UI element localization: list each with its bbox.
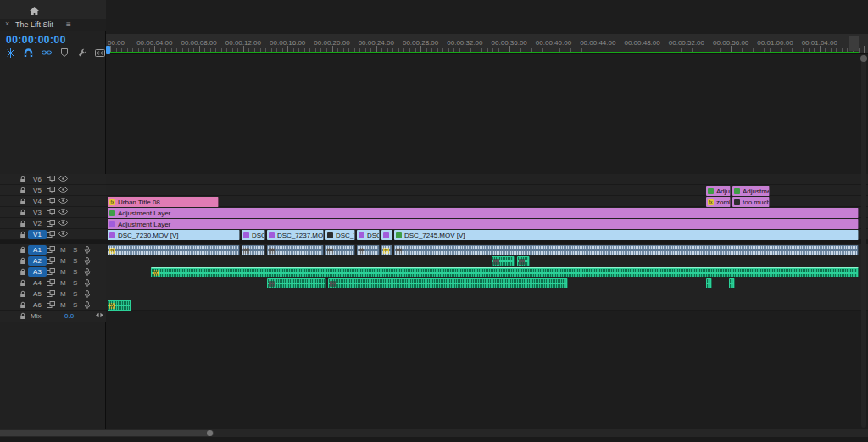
mute-button[interactable]: M	[60, 279, 66, 287]
sync-lock-icon[interactable]	[47, 301, 55, 308]
sync-lock-icon[interactable]	[47, 198, 55, 204]
mic-icon[interactable]	[84, 268, 91, 276]
sync-lock-icon[interactable]	[47, 246, 55, 253]
lock-icon[interactable]	[19, 279, 26, 287]
panel-menu-icon[interactable]: ≡	[66, 20, 71, 29]
sync-lock-icon[interactable]	[47, 268, 55, 275]
mix-gain-value[interactable]: 0.0	[64, 312, 74, 320]
audio-clip[interactable]	[517, 256, 530, 266]
video-clip[interactable]	[381, 230, 392, 240]
track-label-a2[interactable]: A2	[28, 256, 47, 266]
lock-icon[interactable]	[19, 290, 26, 298]
lock-icon[interactable]	[19, 176, 26, 183]
mic-icon[interactable]	[84, 301, 91, 309]
solo-button[interactable]: S	[73, 290, 77, 298]
video-clip-dsc[interactable]: DSC	[242, 230, 265, 240]
solo-button[interactable]: S	[73, 301, 77, 309]
video-clip-too-much-s[interactable]: too much s	[732, 197, 770, 207]
eye-icon[interactable]	[58, 209, 68, 215]
mic-icon[interactable]	[84, 257, 91, 265]
track-label-a1[interactable]: A1	[28, 245, 47, 255]
audio-clip[interactable]	[492, 256, 515, 266]
video-clip-adjustment-layer[interactable]: Adjustment Layer	[108, 208, 859, 218]
mic-icon[interactable]	[84, 279, 91, 287]
linked-selection-icon[interactable]	[41, 49, 52, 56]
mute-button[interactable]: M	[60, 301, 66, 309]
audio-clip[interactable]	[267, 278, 326, 288]
video-clip-adjustmen[interactable]: Adjustmen	[732, 186, 770, 196]
video-clip-dsc-723[interactable]: DSC_723	[326, 230, 355, 240]
video-clip-dsc-7237-mov-v[interactable]: DSC_7237.MOV [V]	[267, 230, 324, 240]
track-label-a6[interactable]: A6	[28, 300, 47, 310]
video-clip-urban-title-08[interactable]: fxUrban Title 08	[108, 197, 219, 207]
vertical-scrollbar[interactable]	[861, 54, 866, 428]
panel-title[interactable]: The Lift Slit	[15, 20, 53, 29]
lock-icon[interactable]	[19, 198, 26, 205]
mute-button[interactable]: M	[60, 246, 66, 254]
mic-icon[interactable]	[84, 290, 91, 298]
eye-icon[interactable]	[58, 176, 68, 182]
nest-icon[interactable]	[5, 48, 16, 58]
lock-icon[interactable]	[19, 246, 26, 254]
sync-lock-icon[interactable]	[47, 279, 55, 286]
eye-icon[interactable]	[58, 220, 68, 226]
audio-clip[interactable]	[357, 245, 380, 255]
mute-button[interactable]: M	[60, 257, 66, 265]
video-clip-zombi[interactable]: fxzombi	[706, 197, 731, 207]
sync-lock-icon[interactable]	[47, 187, 55, 193]
audio-clip[interactable]: fx	[108, 300, 131, 311]
lock-icon[interactable]	[19, 268, 26, 276]
lock-icon[interactable]	[19, 312, 26, 320]
audio-clip[interactable]	[394, 245, 859, 255]
vertical-scrollbar-grip[interactable]	[860, 55, 867, 62]
horizontal-scrollbar-thumb[interactable]	[0, 430, 214, 436]
solo-button[interactable]: S	[73, 268, 77, 276]
solo-button[interactable]: S	[73, 279, 77, 287]
eye-icon[interactable]	[58, 231, 68, 237]
video-clip-adjust[interactable]: Adjust	[706, 186, 731, 196]
lock-icon[interactable]	[19, 301, 26, 309]
video-clip-adjustment-layer[interactable]: Adjustment Layer	[108, 219, 859, 229]
collapse-icon[interactable]	[96, 312, 103, 318]
audio-clip[interactable]	[706, 278, 712, 288]
audio-clip[interactable]	[328, 278, 568, 288]
snap-icon[interactable]	[23, 48, 34, 57]
add-marker-icon[interactable]	[58, 48, 70, 57]
track-label-v6[interactable]: V6	[28, 175, 47, 184]
track-label-a4[interactable]: A4	[28, 278, 47, 288]
lock-icon[interactable]	[19, 209, 26, 216]
solo-button[interactable]: S	[73, 257, 77, 265]
mute-button[interactable]: M	[60, 290, 66, 298]
lock-icon[interactable]	[19, 231, 26, 238]
solo-button[interactable]: S	[73, 246, 77, 254]
playhead-handle[interactable]	[106, 46, 110, 54]
audio-clip[interactable]: fx	[108, 245, 240, 255]
eye-icon[interactable]	[58, 198, 68, 204]
av-divider[interactable]	[106, 240, 868, 244]
captions-icon[interactable]	[94, 49, 105, 57]
track-label-v1[interactable]: V1	[28, 230, 47, 239]
audio-clip[interactable]: fx	[381, 245, 392, 255]
sync-lock-icon[interactable]	[47, 209, 55, 215]
close-icon[interactable]: ×	[5, 20, 9, 28]
sync-lock-icon[interactable]	[47, 176, 55, 182]
video-clip-dsc-7245-mov-v[interactable]: DSC_7245.MOV [V]	[394, 230, 859, 240]
home-icon[interactable]	[29, 4, 40, 20]
audio-clip[interactable]	[242, 245, 265, 255]
mic-icon[interactable]	[84, 246, 91, 254]
sync-lock-icon[interactable]	[47, 257, 55, 264]
lock-icon[interactable]	[19, 187, 26, 194]
audio-clip[interactable]: fx	[151, 267, 859, 277]
track-label-v2[interactable]: V2	[28, 219, 47, 228]
video-clip-dsc-7230-mov-v[interactable]: DSC_7230.MOV [V]	[108, 230, 240, 240]
lock-icon[interactable]	[19, 257, 26, 265]
audio-clip[interactable]	[729, 278, 735, 288]
audio-clip[interactable]	[326, 245, 355, 255]
playhead-timecode[interactable]: 00:00:00:00	[6, 34, 66, 46]
track-label-v4[interactable]: V4	[28, 197, 47, 206]
timeline-settings-icon[interactable]	[76, 48, 87, 57]
eye-icon[interactable]	[58, 187, 68, 193]
mute-button[interactable]: M	[60, 268, 66, 276]
track-label-v3[interactable]: V3	[28, 208, 47, 217]
track-label-v5[interactable]: V5	[28, 186, 47, 195]
